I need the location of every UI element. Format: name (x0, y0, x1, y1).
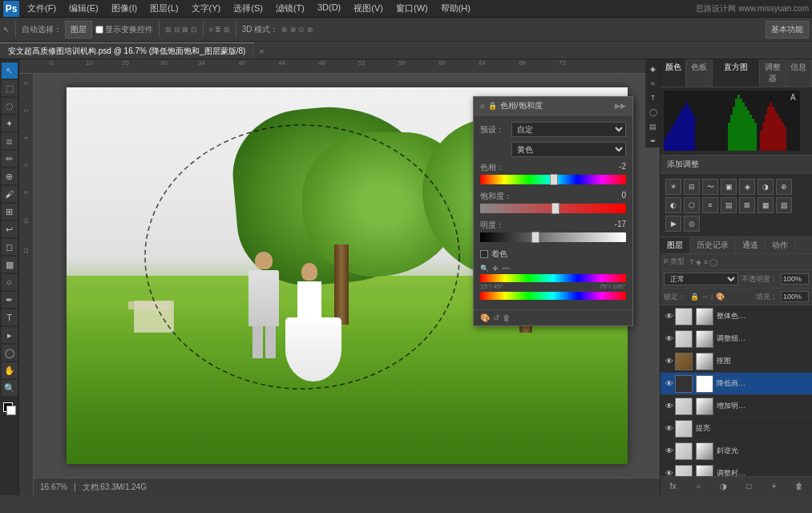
layer-item-6[interactable]: 👁 斜逆光 (661, 440, 812, 463)
layer-eye-2[interactable]: 👁 (664, 356, 675, 367)
menu-edit[interactable]: 编辑(E) (66, 1, 102, 16)
color-picker-icon[interactable]: 🎨 (480, 313, 490, 322)
opacity-input[interactable] (781, 273, 809, 285)
layer-eye-7[interactable]: 👁 (664, 468, 675, 477)
sat-thumb[interactable] (551, 203, 560, 214)
tab-adjustments-panel[interactable]: 调整器 (760, 59, 786, 87)
delete-icon[interactable]: 🗑 (503, 313, 511, 322)
tool-dodge[interactable]: ○ (2, 274, 18, 290)
layer-eye-5[interactable]: 👁 (664, 423, 675, 434)
tool-gradient[interactable]: ▦ (2, 256, 18, 273)
menu-3d[interactable]: 3D(D) (314, 1, 344, 16)
tool-pen[interactable]: ✒ (2, 292, 18, 308)
adj-gradientmap[interactable]: ▶ (665, 216, 681, 232)
menu-layer[interactable]: 图层(L) (147, 1, 181, 16)
tool-lasso[interactable]: ◌ (2, 98, 18, 114)
layers-tab-actions[interactable]: 动作 (766, 237, 795, 253)
menu-filter[interactable]: 滤镜(T) (273, 1, 308, 16)
dialog-header[interactable]: ≡ 🔒 色相/饱和度 ▶▶ (474, 97, 632, 115)
layer-eye-3[interactable]: 👁 (664, 378, 675, 390)
adj-colorbalance[interactable]: ⊕ (776, 179, 792, 195)
adj-curves[interactable]: 〜 (702, 179, 718, 195)
eyedropper-icon[interactable]: 🔍 (480, 265, 489, 273)
adj-exposure[interactable]: ▣ (721, 179, 737, 195)
layer-eye-6[interactable]: 👁 (664, 446, 675, 457)
layers-tab-layers[interactable]: 图层 (661, 237, 690, 253)
tab-close-btn[interactable]: × (254, 44, 269, 59)
layers-tab-channels[interactable]: 通道 (736, 237, 766, 253)
layer-adjustment-btn[interactable]: ◑ (717, 479, 731, 494)
layer-item-0[interactable]: 👁 整体色… (661, 305, 812, 328)
light-thumb[interactable] (531, 232, 539, 243)
layer-item-2[interactable]: 👁 抠图 (661, 350, 812, 373)
tool-shape[interactable]: ◯ (2, 345, 18, 361)
tab-swatch[interactable]: 色板 (686, 59, 712, 87)
layer-group-btn[interactable]: □ (741, 479, 756, 494)
layer-new-btn[interactable]: + (767, 479, 782, 494)
layer-item-4[interactable]: 👁 增加明… (661, 395, 812, 418)
mini-tool-path[interactable]: ✒ (647, 135, 660, 147)
hue-track[interactable] (480, 175, 626, 184)
menu-select[interactable]: 选择(S) (230, 1, 266, 16)
layer-item-1[interactable]: 👁 调整细… (661, 328, 812, 350)
adj-channelmixer[interactable]: ≡ (702, 197, 718, 213)
layer-item-7[interactable]: 👁 调整村… (661, 463, 812, 476)
mini-tool-color[interactable]: ◈ (647, 63, 660, 75)
tool-eyedropper[interactable]: ✏ (2, 151, 18, 167)
adj-huesat[interactable]: ◑ (757, 179, 774, 195)
tool-move[interactable]: ↖ (2, 63, 18, 79)
menu-text[interactable]: 文字(Y) (188, 1, 224, 16)
tool-eraser[interactable]: ◻ (2, 239, 18, 255)
layers-tab-history[interactable]: 历史记录 (690, 237, 736, 253)
adj-colorlookup[interactable]: ▤ (721, 197, 737, 213)
toolbar-arrow-icon[interactable]: ↖ (3, 26, 10, 34)
adj-invert[interactable]: ⊠ (739, 197, 755, 213)
adj-vibrance[interactable]: ◈ (739, 179, 755, 195)
eyedropper-plus-icon[interactable]: ✚ (492, 265, 499, 273)
tool-hand[interactable]: ✋ (2, 362, 18, 378)
tool-text[interactable]: T (2, 309, 18, 325)
menu-image[interactable]: 图像(I) (108, 1, 140, 16)
light-track[interactable] (480, 232, 626, 242)
eyedropper-minus-icon[interactable]: ➖ (502, 265, 511, 273)
layer-select-btn[interactable]: 图层 (65, 21, 92, 38)
tab-histogram[interactable]: 直方图 (713, 59, 761, 87)
adj-levels[interactable]: ⊟ (684, 179, 700, 195)
tool-clone[interactable]: ⊞ (2, 204, 18, 220)
mini-tool-layer[interactable]: ▤ (647, 120, 660, 133)
colorize-checkbox[interactable] (480, 250, 488, 258)
mini-tool-shape[interactable]: ◯ (647, 106, 660, 119)
tool-zoom[interactable]: 🔍 (2, 380, 18, 396)
fill-input[interactable] (781, 291, 809, 302)
menu-window[interactable]: 窗口(W) (393, 1, 431, 16)
adj-blackwhite[interactable]: ◐ (665, 197, 681, 213)
layer-item-3[interactable]: 👁 降低画… (661, 373, 812, 395)
channel-select[interactable]: 黄色 (511, 142, 626, 157)
tab-color[interactable]: 颜色 (661, 59, 686, 87)
layer-item-5[interactable]: 👁 提亮 (661, 418, 812, 440)
adj-selective[interactable]: ◎ (684, 216, 700, 232)
foreground-background-colors[interactable] (2, 401, 18, 417)
preset-select[interactable]: 自定 (511, 122, 626, 137)
adj-posterize[interactable]: ▦ (757, 197, 774, 213)
adj-threshold[interactable]: ▧ (776, 197, 792, 213)
mini-tool-type[interactable]: T (647, 91, 660, 104)
adj-brightness[interactable]: ☀ (665, 179, 681, 195)
layer-mask-btn[interactable]: ○ (691, 479, 705, 494)
tool-history-brush[interactable]: ↩ (2, 221, 18, 237)
layer-eye-0[interactable]: 👁 (664, 311, 675, 322)
tool-crop[interactable]: ⧈ (2, 133, 18, 149)
tool-path-select[interactable]: ▸ (2, 327, 18, 343)
active-tab[interactable]: 安文超高质修图培训机构.psd @ 16.7% (降低饱面饱和_图层蒙版/8) (0, 42, 254, 59)
menu-file[interactable]: 文件(F) (24, 1, 59, 16)
layer-eye-1[interactable]: 👁 (664, 333, 675, 345)
layer-delete-btn[interactable]: 🗑 (792, 479, 806, 494)
dialog-expand-btn[interactable]: ▶▶ (615, 102, 626, 110)
hue-thumb[interactable] (550, 174, 558, 185)
adj-photofilter[interactable]: ⬡ (684, 197, 700, 213)
show-transform-checkbox[interactable] (95, 26, 103, 34)
tool-brush[interactable]: 🖌 (2, 186, 18, 202)
blend-mode-select[interactable]: 正常 (664, 273, 738, 285)
layer-eye-4[interactable]: 👁 (664, 401, 675, 412)
sat-track[interactable] (480, 204, 626, 213)
